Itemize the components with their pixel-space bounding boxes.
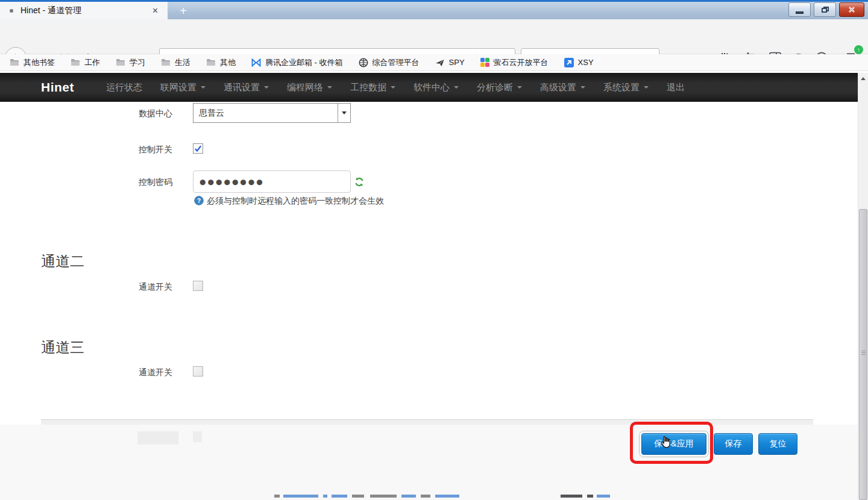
hand-cursor	[658, 435, 674, 452]
scrollbar-grip-icon	[861, 351, 866, 356]
folder-icon	[206, 58, 216, 66]
chevron-down-icon	[342, 111, 347, 117]
data-center-label: 数据中心	[139, 108, 172, 119]
scrollbar-up-button[interactable]	[858, 73, 868, 83]
help-icon: ?	[194, 196, 204, 205]
page-content: Hinet 运行状态 联网设置 通讯设置 编程网络 工控数据 软件中心 分析诊断…	[0, 71, 868, 500]
tab-favicon-dot	[10, 9, 13, 13]
bookmark-folder-life[interactable]: 生活	[161, 57, 190, 68]
footer-fragment	[370, 495, 397, 498]
footer-fragment	[323, 495, 327, 498]
chevron-down-icon	[644, 86, 649, 91]
bookmark-folder-misc[interactable]: 其他	[206, 57, 236, 68]
nav-software-center[interactable]: 软件中心	[404, 82, 468, 93]
minimize-icon	[796, 11, 804, 14]
bookmark-tencent-mail[interactable]: 腾讯企业邮箱 - 收件箱	[251, 57, 343, 68]
minimize-button[interactable]	[788, 2, 811, 17]
scrollbar-thumb[interactable]	[859, 209, 867, 500]
nav-diagnostics[interactable]: 分析诊断	[468, 82, 531, 93]
nav-run-status[interactable]: 运行状态	[97, 82, 151, 93]
bookmark-ezviz-platform[interactable]: 萤石云开放平台	[480, 57, 549, 68]
blue-arrow-icon	[564, 58, 574, 67]
refresh-password-icon[interactable]	[354, 177, 364, 187]
chevron-down-icon	[327, 86, 332, 91]
footer-fragment	[421, 495, 430, 498]
ghost-artifact	[193, 431, 202, 442]
footer-fragment	[597, 495, 610, 498]
password-help-text: 必须与控制时远程输入的密码一致控制才会生效	[207, 196, 384, 207]
footer-fragment	[587, 495, 593, 498]
chevron-down-icon	[391, 86, 395, 91]
browser-window: Hinet - 通道管理 × +	[0, 0, 868, 500]
site-navbar: Hinet 运行状态 联网设置 通讯设置 编程网络 工控数据 软件中心 分析诊断…	[0, 73, 858, 102]
tencent-mail-icon	[251, 58, 261, 67]
save-button[interactable]: 保存	[714, 433, 753, 455]
tab-close-icon[interactable]: ×	[149, 5, 162, 16]
section-channel-two-title: 通道二	[41, 252, 84, 271]
chevron-down-icon	[201, 86, 206, 91]
close-button[interactable]	[839, 2, 864, 17]
folder-icon	[161, 58, 171, 66]
data-center-select[interactable]: 思普云	[193, 103, 351, 123]
chevron-down-icon	[517, 86, 522, 91]
nav-logout[interactable]: 退出	[658, 82, 694, 93]
update-badge-icon: ↑	[854, 45, 863, 54]
section-channel-three-title: 通道三	[41, 338, 84, 357]
footer-fragment	[332, 495, 347, 498]
footer-fragment	[435, 495, 459, 498]
page-scrollbar[interactable]	[858, 73, 868, 500]
tab-title: Hinet - 通道管理	[20, 5, 149, 16]
restore-button[interactable]	[814, 2, 836, 17]
footer-fragment	[561, 495, 582, 498]
globe-icon	[359, 58, 368, 67]
bookmarks-bar: 其他书签 工作 学习 生活 其他 腾讯企业邮箱 - 收件箱 综合管理平台 SPY…	[0, 54, 868, 71]
folder-icon	[10, 58, 19, 66]
browser-tab[interactable]: Hinet - 通道管理 ×	[0, 2, 168, 19]
close-icon	[848, 6, 856, 13]
footer-fragment	[352, 495, 364, 498]
bookmark-folder-work[interactable]: 工作	[71, 57, 100, 68]
bookmark-management-platform[interactable]: 综合管理平台	[359, 57, 420, 68]
site-brand[interactable]: Hinet	[41, 80, 74, 95]
folder-icon	[71, 58, 80, 66]
nav-industrial-data[interactable]: 工控数据	[341, 82, 404, 93]
channel3-switch-label: 通道开关	[139, 367, 172, 378]
chevron-down-icon	[264, 86, 269, 91]
footer-fragment	[274, 495, 280, 498]
ghost-artifact	[137, 431, 178, 445]
channel3-switch-checkbox[interactable]	[193, 366, 203, 377]
window-controls	[788, 2, 864, 17]
control-switch-checkbox[interactable]	[193, 143, 203, 154]
bookmark-folder-other-bookmarks[interactable]: 其他书签	[10, 57, 55, 68]
control-switch-label: 控制开关	[139, 145, 172, 155]
svg-text:?: ?	[197, 198, 201, 204]
new-tab-button[interactable]: +	[174, 4, 193, 19]
reset-button[interactable]: 复位	[758, 433, 797, 455]
arrow-up-icon	[861, 75, 866, 80]
tab-accent-line	[0, 0, 868, 2]
nav-programming-network[interactable]: 编程网络	[278, 82, 341, 93]
footer-fragment	[283, 495, 318, 498]
nav-comm-settings[interactable]: 通讯设置	[215, 82, 278, 93]
chevron-down-icon	[454, 86, 459, 91]
control-password-input[interactable]	[193, 170, 351, 193]
plane-icon	[435, 58, 445, 67]
nav-system-settings[interactable]: 系统设置	[594, 82, 658, 93]
bookmark-spy[interactable]: SPY	[435, 58, 465, 67]
chevron-down-icon	[580, 86, 585, 91]
control-password-label: 控制密码	[139, 177, 172, 188]
channel2-switch-checkbox[interactable]	[193, 281, 203, 291]
nav-network-settings[interactable]: 联网设置	[151, 82, 215, 93]
footer-fragment	[401, 495, 416, 498]
bookmark-folder-study[interactable]: 学习	[116, 57, 145, 68]
bookmark-xsy[interactable]: XSY	[564, 58, 594, 67]
restore-icon	[822, 7, 829, 13]
color-grid-icon	[480, 58, 489, 67]
data-center-value: 思普云	[193, 108, 338, 119]
folder-icon	[116, 58, 125, 66]
checkmark-icon	[193, 144, 203, 153]
nav-advanced-settings[interactable]: 高级设置	[531, 82, 594, 93]
browser-toolbar: 192.168.9.99/cgi-bin/luci/;stok=489fe396…	[0, 19, 868, 54]
channel2-switch-label: 通道开关	[139, 282, 172, 293]
select-dropdown-button[interactable]	[338, 104, 350, 122]
